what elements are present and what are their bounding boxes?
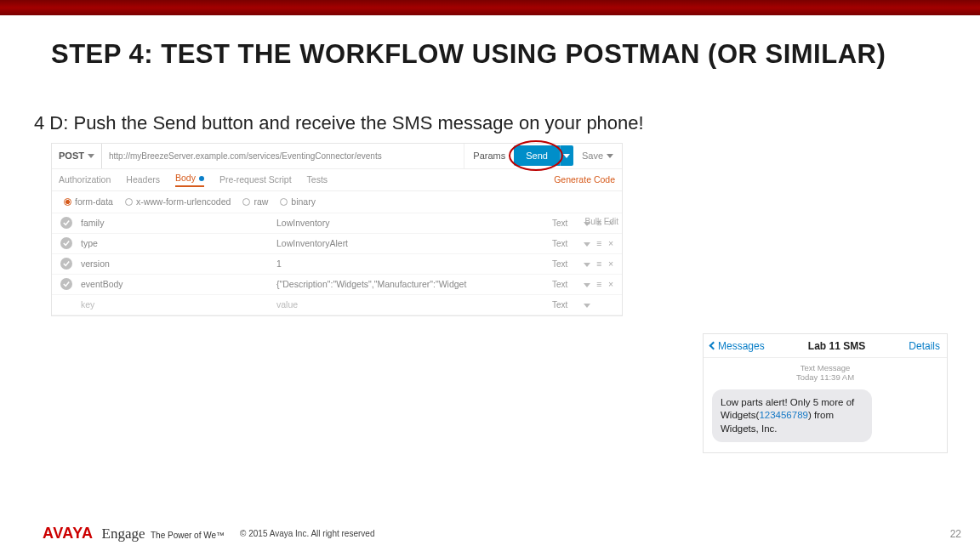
- remove-icon[interactable]: ×: [605, 258, 617, 269]
- form-row: family LowInventory Text ≡ ×: [52, 213, 622, 234]
- chevron-down-icon[interactable]: [581, 238, 593, 248]
- chevron-down-icon[interactable]: [581, 258, 593, 269]
- slide-title: STEP 4: TEST THE WORKFLOW USING POSTMAN …: [0, 15, 980, 78]
- footer-logo: AVAYA Engage The Power of We™: [43, 525, 225, 542]
- form-value[interactable]: {"Description":"Widgets","Manufacturer":…: [276, 279, 552, 289]
- send-dropdown[interactable]: [560, 145, 573, 166]
- params-button[interactable]: Params: [464, 144, 514, 168]
- slide-top-accent: [0, 0, 980, 15]
- radio-raw[interactable]: raw: [242, 196, 268, 207]
- form-type[interactable]: Text: [552, 280, 581, 289]
- form-type[interactable]: Text: [552, 219, 581, 228]
- form-row: type LowInventoryAlert Text ≡ ×: [52, 234, 622, 254]
- message-timestamp: Text Message Today 11:39 AM: [704, 358, 947, 386]
- sms-bubble: Low parts alert! Only 5 more of Widgets(…: [712, 389, 872, 443]
- tab-prerequest[interactable]: Pre-request Script: [219, 174, 292, 185]
- chevron-down-icon: [607, 154, 613, 158]
- form-row: eventBody {"Description":"Widgets","Manu…: [52, 275, 622, 295]
- postman-panel: POST http://myBreezeServer.example.com/s…: [51, 143, 623, 316]
- phone-sms-preview: Messages Lab 11 SMS Details Text Message…: [703, 333, 948, 453]
- chevron-down-icon: [563, 154, 570, 158]
- form-key-placeholder[interactable]: key: [81, 299, 276, 310]
- form-key[interactable]: type: [81, 238, 276, 248]
- engage-logo: Engage: [102, 525, 145, 542]
- row-check-icon[interactable]: [60, 237, 72, 249]
- save-button[interactable]: Save: [573, 151, 622, 161]
- modified-dot-icon: [199, 176, 204, 181]
- bulk-edit-link[interactable]: Bulk Edit: [585, 217, 618, 226]
- form-value[interactable]: LowInventory: [276, 218, 552, 228]
- form-type[interactable]: Text: [552, 259, 581, 269]
- tab-authorization[interactable]: Authorization: [59, 174, 111, 185]
- row-check-icon[interactable]: [60, 278, 72, 290]
- radio-form-data[interactable]: form-data: [64, 196, 113, 207]
- form-row: version 1 Text ≡ ×: [52, 254, 622, 275]
- remove-icon[interactable]: ×: [605, 238, 617, 248]
- tab-headers[interactable]: Headers: [126, 174, 160, 185]
- row-check-icon[interactable]: [60, 217, 72, 229]
- body-type-row: form-data x-www-form-urlencoded raw bina…: [52, 191, 622, 213]
- slide-subtitle: 4 D: Push the Send button and receive th…: [0, 78, 980, 139]
- send-button[interactable]: Send: [514, 145, 560, 166]
- drag-icon[interactable]: ≡: [593, 279, 605, 289]
- chevron-left-icon: [709, 342, 718, 350]
- radio-binary[interactable]: binary: [280, 196, 316, 207]
- page-number: 22: [950, 528, 961, 540]
- tab-body[interactable]: Body: [175, 173, 204, 187]
- chevron-down-icon: [88, 154, 94, 158]
- back-label: Messages: [718, 340, 765, 352]
- form-key[interactable]: version: [81, 258, 276, 269]
- form-value[interactable]: 1: [276, 258, 552, 269]
- request-bar: POST http://myBreezeServer.example.com/s…: [52, 144, 622, 169]
- form-type[interactable]: Text: [552, 239, 581, 248]
- back-button[interactable]: Messages: [710, 340, 765, 352]
- drag-icon[interactable]: ≡: [593, 238, 605, 248]
- copyright: © 2015 Avaya Inc. All right reserved: [240, 529, 374, 538]
- form-key[interactable]: eventBody: [81, 279, 276, 289]
- form-row-empty: key value Text: [52, 295, 622, 315]
- chevron-down-icon[interactable]: [581, 279, 593, 289]
- form-value-placeholder[interactable]: value: [276, 299, 552, 310]
- slide-footer: AVAYA Engage The Power of We™ © 2015 Ava…: [0, 525, 980, 542]
- phone-number-link[interactable]: 123456789: [759, 410, 808, 420]
- send-button-group: Send: [514, 145, 573, 166]
- save-label: Save: [582, 151, 603, 161]
- tagline: The Power of We™: [151, 531, 225, 540]
- details-link[interactable]: Details: [909, 340, 940, 352]
- http-method-select[interactable]: POST: [52, 144, 102, 168]
- form-value[interactable]: LowInventoryAlert: [276, 238, 552, 248]
- generate-code-link[interactable]: Generate Code: [554, 174, 615, 185]
- tab-tests[interactable]: Tests: [307, 174, 328, 185]
- radio-urlencoded[interactable]: x-www-form-urlencoded: [125, 196, 231, 207]
- avaya-logo: AVAYA: [43, 525, 94, 542]
- request-tabs: Authorization Headers Body Pre-request S…: [52, 169, 622, 191]
- url-input[interactable]: http://myBreezeServer.example.com/servic…: [102, 151, 464, 161]
- chevron-down-icon[interactable]: [581, 299, 593, 310]
- conversation-title: Lab 11 SMS: [765, 340, 909, 352]
- remove-icon[interactable]: ×: [605, 279, 617, 289]
- phone-nav: Messages Lab 11 SMS Details: [704, 334, 947, 358]
- drag-icon[interactable]: ≡: [593, 258, 605, 269]
- http-method-label: POST: [59, 151, 84, 161]
- form-type[interactable]: Text: [552, 300, 581, 310]
- form-key[interactable]: family: [81, 218, 276, 228]
- row-check-icon[interactable]: [60, 258, 72, 270]
